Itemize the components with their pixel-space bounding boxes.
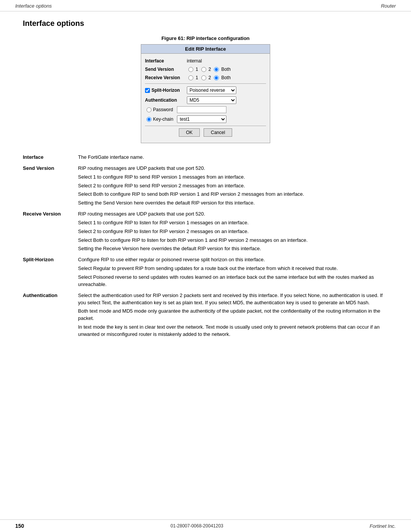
dialog-title: Edit RIP Interface [141,45,270,54]
desc-row: InterfaceThe FortiGate interface name. [23,152,388,163]
desc-term: Receive Version [23,209,78,255]
keychain-select[interactable]: test1 [177,115,226,123]
page-number: 150 [15,523,24,529]
receive-v1-label: 1 [196,75,198,80]
page-header: Interface options Router [0,0,411,11]
receive-both-label: Both [221,75,231,80]
send-v1-label: 1 [196,67,198,72]
send-version-row: Send Version 1 2 Both [145,65,266,73]
authentication-select[interactable]: MD5 None Text [187,96,236,104]
header-right: Router [381,3,396,9]
interface-row: Interface internal [145,57,266,65]
split-horizon-label: Split-Horizon [145,88,187,93]
doc-id: 01-28007-0068-20041203 [170,523,223,529]
desc-row: Split-HorizonConfigure RIP to use either… [23,255,388,290]
desc-row: Send VersionRIP routing messages are UDP… [23,163,388,209]
ok-button[interactable]: OK [179,128,200,137]
receive-version-label: Receive Version [145,75,187,80]
desc-detail: The FortiGate interface name. [78,152,388,163]
company-name: Fortinet Inc. [370,523,396,529]
desc-detail: Select the authentication used for RIP v… [78,291,388,340]
dialog-body: Interface internal Send Version 1 2 Both… [141,54,270,143]
keychain-label: Key-chain [153,117,173,122]
receive-both-radio[interactable] [214,75,219,80]
password-row: Password [145,105,266,114]
receive-version-radios: 1 2 Both [187,75,231,80]
page-footer: 150 01-28007-0068-20041203 Fortinet Inc. [0,519,411,532]
send-version-label: Send Version [145,67,187,72]
password-radio[interactable] [147,107,151,112]
page-content: Interface options Figure 61: RIP interfa… [0,11,411,356]
password-label: Password [153,107,173,112]
send-both-radio[interactable] [214,67,219,72]
cancel-button[interactable]: Cancel [204,128,232,137]
desc-term: Authentication [23,291,78,340]
send-v2-label: 2 [209,67,211,72]
password-input[interactable] [177,106,226,113]
dialog-divider-1 [145,83,266,84]
split-horizon-select[interactable]: Poisoned reverse Regular [187,86,236,94]
send-v2-radio[interactable] [201,67,206,72]
send-both-label: Both [221,67,231,72]
send-version-radios: 1 2 Both [187,67,231,72]
receive-v1-radio[interactable] [188,75,193,80]
description-table: InterfaceThe FortiGate interface name.Se… [23,152,388,340]
split-horizon-checkbox[interactable] [145,88,150,93]
rip-interface-dialog: Edit RIP Interface Interface internal Se… [141,44,270,143]
receive-v2-label: 2 [209,75,211,80]
desc-term: Send Version [23,163,78,209]
desc-row: Receive VersionRIP routing messages are … [23,209,388,255]
keychain-radio-group: Key-chain [145,117,173,122]
page-title: Interface options [23,19,388,28]
desc-detail: RIP routing messages are UDP packets tha… [78,209,388,255]
split-horizon-text: Split-Horizon [151,88,180,93]
desc-detail: Configure RIP to use either regular or p… [78,255,388,290]
header-left: Interface options [15,3,52,9]
interface-label: Interface [145,58,187,64]
figure-caption: Figure 61: RIP interface configuration [23,35,388,41]
dialog-buttons: OK Cancel [145,126,266,140]
keychain-row: Key-chain test1 [145,114,266,124]
desc-detail: RIP routing messages are UDP packets tha… [78,163,388,209]
receive-version-row: Receive Version 1 2 Both [145,73,266,82]
authentication-row: Authentication MD5 None Text [145,95,266,105]
password-radio-group: Password [145,107,173,112]
split-horizon-row: Split-Horizon Poisoned reverse Regular [145,85,266,95]
desc-term: Split-Horizon [23,255,78,290]
desc-term: Interface [23,152,78,163]
authentication-label: Authentication [145,97,187,103]
receive-v2-radio[interactable] [201,75,206,80]
interface-value: internal [187,58,202,64]
desc-row: AuthenticationSelect the authentication … [23,291,388,340]
send-v1-radio[interactable] [188,67,193,72]
keychain-radio[interactable] [147,117,151,122]
